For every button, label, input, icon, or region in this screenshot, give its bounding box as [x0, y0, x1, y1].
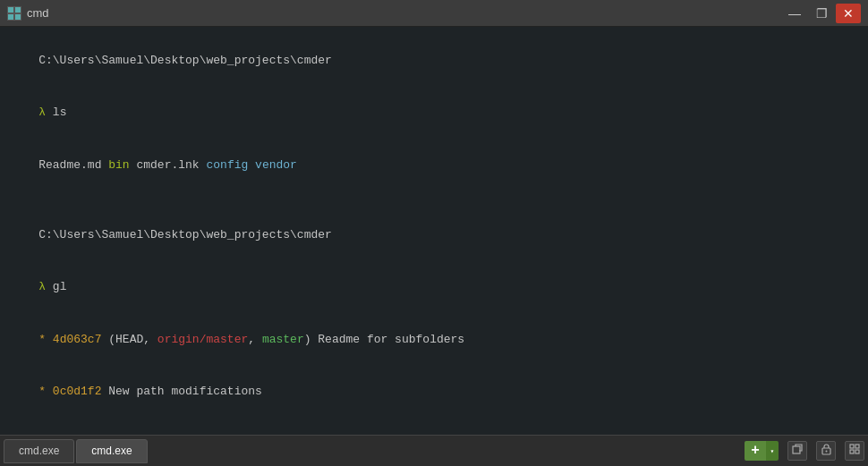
git-ref-master: master — [262, 333, 304, 346]
git-msg: New path modifications — [101, 385, 261, 398]
sep-3 — [838, 441, 842, 461]
git-ref-open: (HEAD, — [101, 333, 157, 346]
minimize-button[interactable]: — — [782, 4, 807, 23]
terminal-line: * 0c0d1f2 New path modifications — [11, 366, 857, 419]
ls-item: vendor — [248, 158, 297, 172]
svg-rect-8 — [855, 445, 859, 448]
terminal-line: Readme.md bin cmder.lnk config vendor — [11, 139, 857, 191]
sep-2 — [810, 441, 813, 461]
add-tab-group: + ▾ — [745, 441, 779, 461]
grid-icon — [849, 444, 860, 458]
lock-icon — [821, 444, 831, 459]
ls-item: config — [200, 158, 249, 172]
svg-rect-2 — [8, 14, 13, 20]
tab-label: cmd.exe — [19, 445, 59, 457]
tab-bar: cmd.exe cmd.exe + ▾ — [0, 435, 868, 466]
git-hash: 4d063c7 — [53, 333, 102, 346]
svg-rect-10 — [855, 450, 859, 453]
ls-item: Readme.md — [38, 158, 101, 172]
terminal-line: * 4d063c7 (HEAD, origin/master, master) … — [11, 313, 857, 366]
app-icon — [7, 6, 21, 21]
lambda-prompt: λ — [38, 280, 46, 293]
sep-1 — [781, 441, 785, 461]
svg-rect-1 — [15, 7, 21, 13]
path-text: C:\Users\Samuel\Desktop\web_projects\cmd… — [38, 54, 332, 67]
restore-icon — [792, 444, 803, 458]
terminal-line: C:\Users\Samuel\Desktop\web_projects\cmd… — [11, 34, 857, 87]
git-ref-sep: , — [248, 333, 262, 346]
svg-rect-7 — [850, 445, 854, 448]
command-text: ls — [46, 106, 66, 119]
git-star: * — [38, 333, 53, 346]
grid-button[interactable] — [845, 441, 864, 461]
title-bar: cmd — ❐ ✕ — [0, 0, 868, 27]
window-title: cmd — [27, 6, 49, 20]
command-text: gl — [46, 280, 66, 293]
window-controls: — ❐ ✕ — [782, 4, 861, 23]
lock-button[interactable] — [816, 441, 836, 461]
add-tab-dropdown[interactable]: ▾ — [766, 441, 779, 461]
terminal-line: C:\Users\Samuel\Desktop\web_projects\cmd… — [11, 208, 857, 261]
git-hash: 0c0d1f2 — [53, 385, 102, 398]
svg-rect-3 — [15, 14, 21, 20]
git-star: * — [38, 385, 53, 398]
ls-item: cmder.lnk — [130, 158, 200, 172]
close-button[interactable]: ✕ — [836, 4, 861, 23]
git-ref-close: ) Readme for subfolders — [304, 333, 464, 346]
tab-cmd-1[interactable]: cmd.exe — [4, 439, 74, 463]
svg-point-6 — [825, 450, 827, 452]
svg-rect-4 — [793, 446, 800, 453]
terminal-line: λ gl — [11, 261, 857, 314]
lambda-prompt: λ — [38, 106, 46, 119]
window-icon-button[interactable] — [787, 441, 807, 461]
plus-icon: + — [751, 443, 760, 459]
terminal-line — [11, 191, 857, 209]
svg-rect-0 — [8, 7, 13, 13]
restore-button[interactable]: ❐ — [809, 4, 834, 23]
git-ref-origin: origin/master — [157, 333, 248, 346]
tab-bar-right: + ▾ — [745, 441, 864, 461]
tab-label: cmd.exe — [91, 445, 132, 457]
path-text: C:\Users\Samuel\Desktop\web_projects\cmd… — [38, 228, 332, 241]
svg-rect-9 — [850, 450, 854, 453]
tab-cmd-2[interactable]: cmd.exe — [76, 439, 147, 463]
ls-item: bin — [101, 158, 129, 172]
terminal-area: C:\Users\Samuel\Desktop\web_projects\cmd… — [0, 27, 868, 435]
title-bar-left: cmd — [7, 6, 49, 21]
add-tab-button[interactable]: + — [745, 441, 766, 461]
terminal-line: λ ls — [11, 87, 857, 140]
terminal-line: * 36f2aa2 Readme for subfolders — [11, 418, 857, 435]
